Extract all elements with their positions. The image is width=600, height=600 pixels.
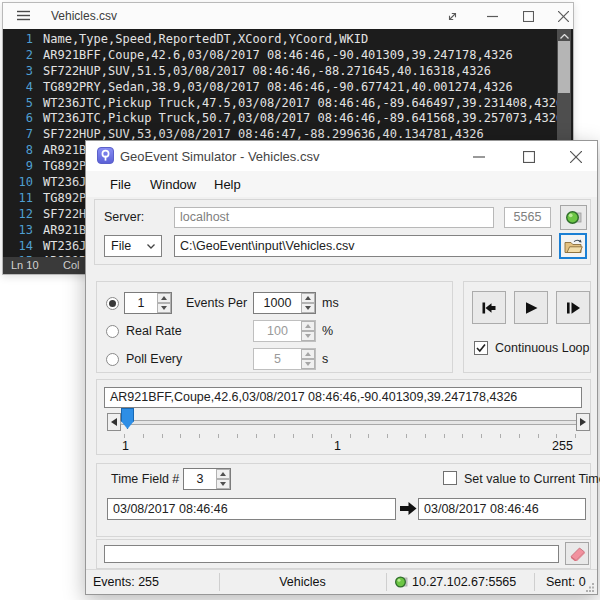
map-time-arrow-icon bbox=[400, 501, 417, 516]
editor-title: Vehicles.csv bbox=[51, 9, 117, 23]
spinner-buttons bbox=[301, 349, 315, 369]
skip-to-start-icon bbox=[480, 299, 498, 317]
connect-green-orb-icon bbox=[565, 209, 582, 226]
line-number: 2 bbox=[3, 48, 33, 64]
menu-help[interactable]: Help bbox=[214, 177, 241, 192]
sim-close-button[interactable] bbox=[563, 149, 589, 164]
scroll-up-icon[interactable] bbox=[557, 31, 571, 41]
poll-every-radio[interactable] bbox=[106, 353, 119, 366]
line-number: 14 bbox=[3, 239, 33, 255]
csv-line: 1Name,Type,Speed,ReportedDT,XCoord,YCoor… bbox=[3, 32, 557, 48]
simulator-window: GeoEvent Simulator - Vehicles.csv File W… bbox=[85, 140, 598, 595]
slider-current-label: 1 bbox=[334, 439, 341, 453]
csv-line: 4TG892PRY,Sedan,38.9,03/08/2017 08:46:46… bbox=[3, 80, 557, 96]
spin-down-icon[interactable] bbox=[157, 303, 171, 313]
slider-right-button[interactable] bbox=[576, 413, 590, 431]
checkmark-icon bbox=[475, 342, 487, 354]
server-host-field[interactable]: localhost bbox=[174, 207, 494, 228]
spin-down-icon bbox=[301, 331, 315, 341]
hamburger-menu-icon[interactable] bbox=[17, 10, 30, 21]
line-number: 5 bbox=[3, 96, 33, 112]
spin-down-icon bbox=[301, 359, 315, 369]
line-number: 12 bbox=[3, 207, 33, 223]
seconds-unit-label: s bbox=[322, 352, 328, 366]
real-rate-spinner: 100 bbox=[253, 320, 316, 342]
continuous-loop-label: Continuous Loop bbox=[495, 341, 590, 355]
endpoint-status: 10.27.102.67:5565 bbox=[412, 575, 516, 589]
chevron-down-icon bbox=[147, 244, 155, 249]
line-number: 1 bbox=[3, 32, 33, 48]
time-from-field[interactable]: 03/08/2017 08:46:46 bbox=[107, 498, 396, 520]
geoevent-app-icon bbox=[97, 147, 114, 164]
statusbar-divider bbox=[386, 573, 387, 591]
file-path-field[interactable]: C:\GeoEvent\input\Vehicles.csv bbox=[174, 235, 552, 257]
sent-count-status: Sent: 0 bbox=[546, 575, 586, 589]
cursor-col-indicator: Col bbox=[63, 257, 80, 274]
spin-up-icon[interactable] bbox=[301, 293, 315, 303]
real-rate-value: 100 bbox=[254, 321, 301, 341]
source-type-select[interactable]: File bbox=[104, 235, 162, 257]
server-port-field[interactable]: 5565 bbox=[504, 207, 551, 228]
spin-down-icon[interactable] bbox=[216, 479, 230, 489]
csv-line: 3SF722HUP,SUV,51.5,03/08/2017 08:46:46,-… bbox=[3, 64, 557, 80]
statusbar-divider bbox=[534, 573, 535, 591]
menubar: File Window Help bbox=[86, 171, 597, 197]
cursor-line-indicator: Ln 10 bbox=[11, 257, 39, 274]
csv-line: 5WT236JTC,Pickup Truck,47.5,03/08/2017 0… bbox=[3, 96, 557, 112]
line-number: 8 bbox=[3, 143, 33, 159]
current-event-field[interactable]: AR921BFF,Coupe,42.6,03/08/2017 08:46:46,… bbox=[104, 387, 582, 408]
editor-minimize-button[interactable] bbox=[481, 8, 503, 24]
editor-maximize-button[interactable] bbox=[517, 8, 539, 24]
continuous-loop-checkbox[interactable] bbox=[474, 341, 488, 355]
connection-status-icon bbox=[394, 575, 408, 589]
spin-down-icon[interactable] bbox=[301, 303, 315, 313]
sim-maximize-button[interactable] bbox=[516, 149, 542, 164]
line-number: 4 bbox=[3, 80, 33, 96]
spinner-buttons bbox=[157, 293, 171, 313]
spin-up-icon[interactable] bbox=[216, 469, 230, 479]
scrollbar-thumb[interactable] bbox=[558, 41, 570, 93]
menu-window[interactable]: Window bbox=[150, 177, 196, 192]
spin-up-icon[interactable] bbox=[157, 293, 171, 303]
slider-tick-marks bbox=[124, 434, 576, 438]
right-arrow-icon bbox=[580, 418, 586, 426]
events-count-value: 1 bbox=[125, 293, 157, 313]
log-field[interactable] bbox=[104, 545, 559, 563]
set-current-time-checkbox[interactable] bbox=[443, 471, 457, 485]
interval-spinner[interactable]: 1000 bbox=[253, 292, 316, 314]
connect-button[interactable] bbox=[560, 205, 587, 230]
events-count-spinner[interactable]: 1 bbox=[124, 292, 172, 314]
slider-left-button[interactable] bbox=[107, 413, 121, 431]
open-folder-icon bbox=[564, 239, 583, 254]
menu-file[interactable]: File bbox=[110, 177, 131, 192]
spinner-buttons bbox=[301, 321, 315, 341]
poll-spinner: 5 bbox=[253, 348, 316, 370]
real-rate-radio[interactable] bbox=[106, 325, 119, 338]
play-button[interactable] bbox=[514, 291, 548, 324]
server-label: Server: bbox=[104, 210, 144, 224]
events-per-label: Events Per bbox=[186, 296, 247, 310]
time-field-spinner[interactable]: 3 bbox=[183, 468, 231, 490]
line-number: 10 bbox=[3, 175, 33, 191]
real-rate-label: Real Rate bbox=[126, 324, 182, 338]
editor-close-button[interactable] bbox=[552, 8, 574, 24]
csv-line: 6WT236JTC,Pickup Truck,50.7,03/08/2017 0… bbox=[3, 111, 557, 127]
time-to-field[interactable]: 03/08/2017 08:46:46 bbox=[418, 498, 586, 520]
step-forward-button[interactable] bbox=[556, 291, 590, 324]
event-slider-track[interactable] bbox=[120, 420, 578, 425]
simulator-titlebar: GeoEvent Simulator - Vehicles.csv bbox=[86, 141, 597, 171]
slider-max-label: 255 bbox=[552, 439, 573, 453]
step-to-start-button[interactable] bbox=[472, 291, 506, 324]
editor-expand-button[interactable] bbox=[441, 8, 463, 24]
line-text: WT236JTC,Pickup Truck,47.5,03/08/2017 08… bbox=[43, 96, 563, 112]
sim-minimize-button[interactable] bbox=[466, 149, 492, 164]
resize-grip[interactable] bbox=[585, 582, 595, 592]
line-number: 6 bbox=[3, 111, 33, 127]
events-per-radio[interactable] bbox=[106, 297, 119, 310]
browse-file-button[interactable] bbox=[559, 233, 587, 259]
play-icon bbox=[522, 299, 540, 317]
line-number: 7 bbox=[3, 127, 33, 143]
clear-button[interactable] bbox=[565, 542, 589, 565]
spinner-buttons bbox=[216, 469, 230, 489]
spin-up-icon bbox=[301, 349, 315, 359]
